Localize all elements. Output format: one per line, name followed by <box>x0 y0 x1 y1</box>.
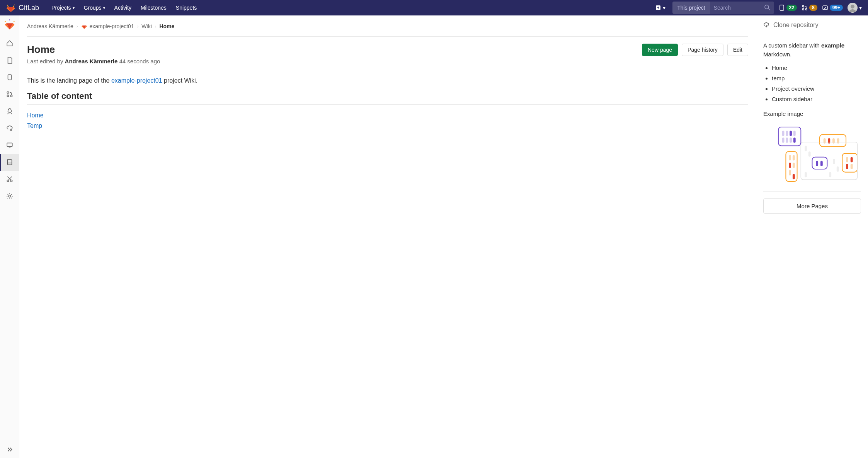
svg-rect-52 <box>808 151 811 157</box>
nav-issues-count[interactable]: 22 <box>779 5 797 11</box>
crumb-user[interactable]: Andreas Kämmerle <box>27 23 73 29</box>
rail-project-home[interactable] <box>0 35 19 52</box>
more-pages-button[interactable]: More Pages <box>763 198 861 214</box>
svg-rect-22 <box>782 131 785 136</box>
book-icon <box>6 159 13 166</box>
nav-mr-count[interactable]: 8 <box>802 5 817 11</box>
rail-snippets[interactable] <box>0 171 19 188</box>
user-menu[interactable]: ▾ <box>848 3 862 13</box>
chevron-down-icon: ▾ <box>103 6 105 10</box>
crumb-current: Home <box>159 23 174 29</box>
page-header: Home Last edited by Andreas Kämmerle 44 … <box>27 37 748 70</box>
svg-rect-39 <box>793 163 795 168</box>
svg-rect-2 <box>780 5 784 10</box>
chevron-right-icon: › <box>155 24 157 29</box>
clone-repository-link[interactable]: Clone repository <box>763 22 861 35</box>
svg-rect-46 <box>846 157 848 163</box>
svg-rect-51 <box>805 146 807 151</box>
nav-groups[interactable]: Groups▾ <box>79 1 110 15</box>
top-navbar: GitLab Projects▾ Groups▾ Activity Milest… <box>0 0 868 15</box>
chevron-right-icon: › <box>137 24 139 29</box>
edit-button[interactable]: Edit <box>727 44 748 56</box>
search-input[interactable] <box>710 2 760 14</box>
scissors-icon <box>6 176 13 183</box>
example-image <box>763 122 861 184</box>
svg-rect-27 <box>786 137 788 143</box>
project-sidebar <box>0 15 19 458</box>
nav-activity[interactable]: Activity <box>110 1 136 15</box>
toc-link-temp[interactable]: Temp <box>27 120 748 131</box>
wiki-project-link[interactable]: example-project01 <box>111 77 162 84</box>
user-avatar <box>848 3 858 13</box>
sidebar-item-temp[interactable]: temp <box>772 73 861 83</box>
nav-snippets[interactable]: Snippets <box>171 1 201 15</box>
search-button[interactable] <box>760 2 774 14</box>
svg-point-11 <box>9 19 10 20</box>
svg-point-4 <box>802 8 804 10</box>
issues-badge: 22 <box>786 5 797 11</box>
crumb-section[interactable]: Wiki <box>141 23 151 29</box>
svg-rect-21 <box>778 127 801 146</box>
svg-rect-33 <box>832 138 835 144</box>
new-page-button[interactable]: New page <box>642 44 678 56</box>
sidebar-item-custom[interactable]: Custom sidebar <box>772 94 861 104</box>
svg-point-19 <box>10 180 12 182</box>
rail-settings[interactable] <box>0 188 19 205</box>
wiki-sidebar: Clone repository A custom sidebar with e… <box>756 15 868 458</box>
sidebar-page-list: Home temp Project overview Custom sideba… <box>763 63 861 104</box>
svg-rect-24 <box>790 131 792 136</box>
rail-merge-requests[interactable] <box>0 86 19 103</box>
toc-link-home[interactable]: Home <box>27 110 748 120</box>
example-image-heading: Example image <box>763 110 861 117</box>
svg-rect-44 <box>820 161 823 166</box>
brand-text: GitLab <box>19 4 39 12</box>
tanuki-icon <box>81 23 87 29</box>
rail-operations[interactable] <box>0 120 19 137</box>
svg-rect-28 <box>790 137 792 143</box>
svg-rect-26 <box>782 137 785 143</box>
rail-wiki[interactable] <box>0 154 19 171</box>
svg-rect-25 <box>793 131 796 136</box>
page-history-button[interactable]: Page history <box>682 44 723 56</box>
navbar-right: ▾ This project 22 8 99+ ▾ <box>653 2 862 14</box>
crumb-project[interactable]: example-project01 <box>81 23 134 29</box>
rail-ci[interactable] <box>0 103 19 120</box>
chevron-down-icon: ▾ <box>73 6 75 10</box>
gitlab-logo[interactable]: GitLab <box>6 3 39 12</box>
svg-rect-55 <box>805 172 807 178</box>
cloud-download-icon <box>763 22 769 28</box>
gear-icon <box>6 193 13 200</box>
svg-rect-54 <box>837 166 839 172</box>
sidebar-item-overview[interactable]: Project overview <box>772 83 861 94</box>
svg-rect-53 <box>833 159 835 165</box>
svg-rect-12 <box>8 75 11 80</box>
nav-todos-count[interactable]: 99+ <box>822 5 843 11</box>
chevron-double-right-icon <box>6 446 13 453</box>
svg-point-8 <box>851 5 854 8</box>
breadcrumb: Andreas Kämmerle › example-project01 › W… <box>27 22 748 37</box>
nav-projects[interactable]: Projects▾ <box>47 1 79 15</box>
sidebar-item-home[interactable]: Home <box>772 63 861 73</box>
search-icon <box>764 4 770 10</box>
search-scope[interactable]: This project <box>672 2 710 14</box>
svg-rect-45 <box>842 153 857 172</box>
rocket-icon <box>6 108 13 115</box>
rail-environments[interactable] <box>0 137 19 154</box>
svg-rect-31 <box>824 138 826 144</box>
chevron-down-icon: ▾ <box>663 5 665 11</box>
svg-rect-32 <box>828 138 830 144</box>
rail-repository[interactable] <box>0 52 19 69</box>
rail-collapse[interactable] <box>0 441 19 458</box>
todos-icon <box>822 5 828 11</box>
svg-rect-41 <box>793 174 795 180</box>
svg-point-10 <box>14 21 15 22</box>
last-edited: Last edited by Andreas Kämmerle 44 secon… <box>27 58 160 64</box>
create-new-dropdown[interactable]: ▾ <box>653 3 668 12</box>
project-avatar[interactable] <box>3 19 16 31</box>
svg-point-9 <box>5 21 6 22</box>
rail-registry[interactable] <box>0 69 19 86</box>
nav-milestones[interactable]: Milestones <box>136 1 171 15</box>
svg-point-3 <box>802 5 804 7</box>
chevron-right-icon: › <box>77 24 78 29</box>
svg-rect-34 <box>837 138 839 144</box>
